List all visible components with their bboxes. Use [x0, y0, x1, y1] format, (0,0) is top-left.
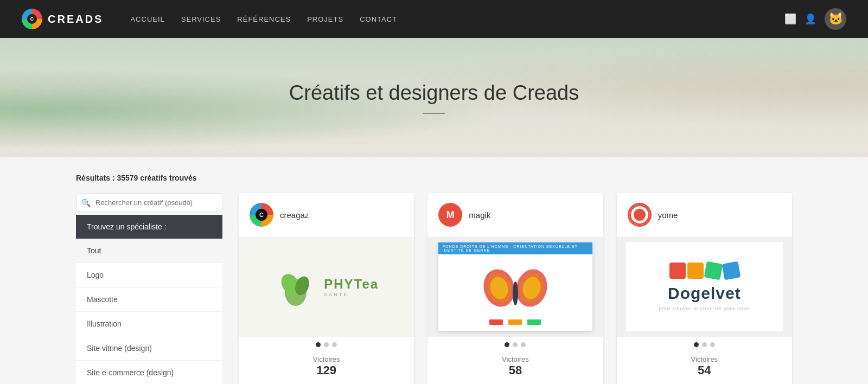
sidebar-item-site-ecommerce[interactable]: Site e-commerce (design) [76, 361, 222, 384]
content-layout: 🔍 Trouvez un spécialiste : Tout Logo Mas… [76, 193, 792, 384]
dogelvet-brand: Dogelvet [668, 284, 741, 303]
dot-m2[interactable] [513, 342, 518, 347]
dogelvet-sub: pour trouver le chiot né pour vous [659, 306, 750, 311]
logo-area[interactable]: C CREADS [22, 9, 103, 29]
dot-y1[interactable] [694, 342, 699, 347]
nav-links: ACCUEIL SERVICES RÉFÉRENCES PROJETS CONT… [130, 15, 397, 23]
avatar-yome [628, 203, 652, 227]
results-text: Résultats : 35579 créatifs trouvés [76, 174, 792, 182]
card-image-yome: Dogelvet pour trouver le chiot né pour v… [617, 236, 792, 337]
avatar-magik: M [438, 203, 462, 227]
victories-count-magik: 58 [427, 363, 603, 377]
cards-grid: C creagaz P [239, 193, 792, 384]
card-trophies-creagaz: 🏆 🏆 🏆 [239, 382, 414, 384]
search-wrap: 🔍 [76, 193, 222, 212]
navbar-left: C CREADS ACCUEIL SERVICES RÉFÉRENCES PRO… [22, 9, 397, 29]
phytea-sub: SANTÉ [324, 292, 379, 297]
username-magik: magik [469, 210, 490, 220]
card-stats-yome: Victoires 54 [617, 353, 792, 382]
card-dots-yome [617, 337, 792, 353]
avatar-button[interactable]: 🐱 [825, 8, 846, 30]
card-yome: yome Dogelvet pour trouver le chiot né p… [617, 193, 792, 384]
card-trophies-yome: 🏆 🏆 [617, 382, 792, 384]
card-creagaz: C creagaz P [239, 193, 414, 384]
nav-contact[interactable]: CONTACT [360, 15, 397, 23]
yome-squares [669, 263, 739, 279]
dot-3[interactable] [332, 342, 337, 347]
dot-y2[interactable] [702, 342, 707, 347]
results-strong: Résultats : 35579 créatifs trouvés [76, 174, 197, 182]
sidebar-section-title: Trouvez un spécialiste : [76, 215, 222, 239]
dot-y3[interactable] [710, 342, 715, 347]
sidebar-item-illustration[interactable]: Illustration [76, 312, 222, 336]
card-magik: M magik FONDS DROITS DE L'HOMME · ORIENT… [427, 193, 603, 384]
username-creagaz: creagaz [280, 210, 309, 220]
nav-projets[interactable]: PROJETS [307, 15, 343, 23]
card-stats-magik: Victoires 58 [427, 353, 603, 382]
card-stats-creagaz: Victoires 129 [239, 353, 414, 382]
sidebar-item-site-vitrine[interactable]: Site vitrine (design) [76, 336, 222, 361]
card-trophies-magik: 🏆 🏆 [427, 382, 603, 384]
user-icon[interactable]: 👤 [805, 13, 816, 25]
sidebar-item-mascotte[interactable]: Mascotte [76, 287, 222, 312]
phytea-icon-svg [274, 265, 317, 309]
svg-point-3 [291, 295, 300, 303]
main-content: Résultats : 35579 créatifs trouvés 🔍 Tro… [54, 157, 814, 384]
nav-references[interactable]: RÉFÉRENCES [237, 15, 291, 23]
screen-icon[interactable]: ⬜ [784, 13, 796, 25]
sidebar-item-logo[interactable]: Logo [76, 263, 222, 287]
avatar-creagaz: C [250, 203, 273, 227]
butterfly-svg [483, 264, 548, 318]
sidebar: 🔍 Trouvez un spécialiste : Tout Logo Mas… [76, 193, 222, 384]
username-yome: yome [658, 210, 678, 220]
card-header-magik: M magik [427, 193, 603, 236]
search-icon: 🔍 [81, 199, 91, 207]
dot-1[interactable] [316, 342, 321, 347]
nav-accueil[interactable]: ACCUEIL [130, 15, 164, 23]
card-header-creagaz: C creagaz [239, 193, 414, 236]
card-image-creagaz: PHYTea SANTÉ [239, 236, 414, 337]
dot-m1[interactable] [505, 342, 509, 347]
victories-label-creagaz: Victoires [239, 355, 414, 363]
logo-letter: C [27, 14, 37, 24]
card-dots-creagaz [239, 337, 414, 353]
victories-label-yome: Victoires [617, 355, 792, 363]
hero-divider [423, 113, 445, 114]
logo-icon: C [22, 9, 42, 29]
logo-text: CREADS [48, 13, 103, 25]
navbar-right: ⬜ 👤 🐱 [784, 8, 846, 30]
victories-count-yome: 54 [617, 363, 792, 377]
sidebar-item-tout[interactable]: Tout [76, 239, 222, 263]
search-input[interactable] [76, 193, 222, 212]
avatar-face: 🐱 [828, 12, 843, 26]
card-dots-magik [427, 337, 603, 353]
victories-label-magik: Victoires [427, 355, 603, 363]
avatar-letter-magik: M [446, 209, 455, 221]
hero-title: Créatifs et designers de Creads [289, 81, 579, 105]
navbar: C CREADS ACCUEIL SERVICES RÉFÉRENCES PRO… [0, 0, 868, 38]
card-image-magik: FONDS DROITS DE L'HOMME · ORIENTATION SE… [427, 236, 603, 337]
dot-m3[interactable] [521, 342, 526, 347]
nav-services[interactable]: SERVICES [181, 15, 221, 23]
card-header-yome: yome [617, 193, 792, 236]
victories-count-creagaz: 129 [239, 363, 414, 377]
phytea-brand: PHYTea [324, 277, 379, 292]
svg-point-10 [513, 281, 518, 305]
dot-2[interactable] [324, 342, 329, 347]
hero-section: Créatifs et designers de Creads [0, 38, 868, 157]
magik-banner-text: FONDS DROITS DE L'HOMME · ORIENTATION SE… [443, 245, 589, 252]
